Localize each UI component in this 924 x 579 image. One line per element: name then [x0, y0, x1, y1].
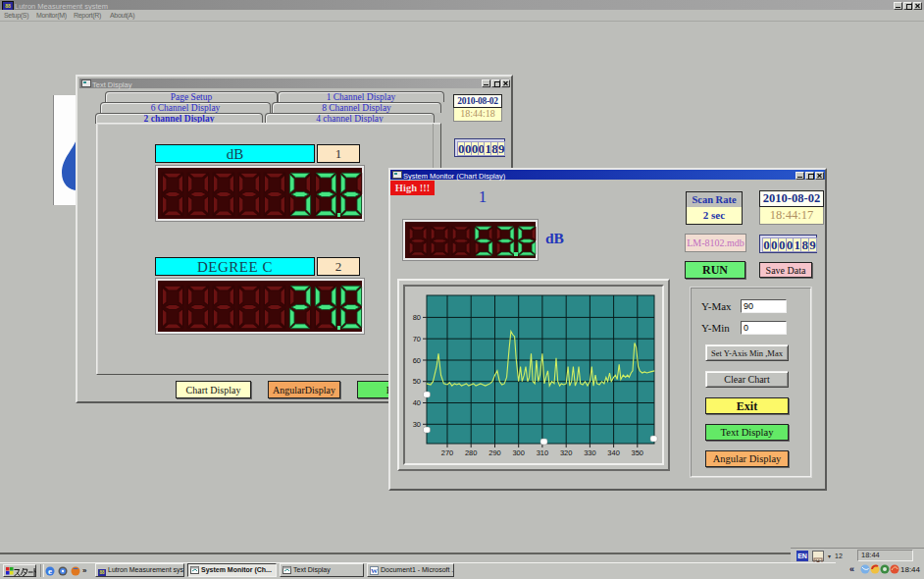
- svg-text:300: 300: [512, 448, 525, 457]
- svg-text:e: e: [48, 566, 52, 576]
- svg-text:290: 290: [488, 448, 501, 457]
- svg-text:280: 280: [465, 448, 478, 457]
- svg-text:310: 310: [537, 448, 549, 457]
- svg-text:W: W: [371, 567, 378, 575]
- svg-text:70: 70: [413, 335, 421, 343]
- svg-text:80: 80: [413, 313, 421, 322]
- svg-text:40: 40: [413, 398, 421, 407]
- svg-text:320: 320: [560, 448, 573, 457]
- svg-text:60: 60: [413, 356, 421, 365]
- svg-text:330: 330: [584, 448, 596, 457]
- svg-text:30: 30: [413, 420, 421, 429]
- svg-text:350: 350: [632, 448, 644, 457]
- svg-text:270: 270: [441, 448, 454, 457]
- svg-text:50: 50: [413, 377, 421, 386]
- svg-text:340: 340: [607, 448, 620, 457]
